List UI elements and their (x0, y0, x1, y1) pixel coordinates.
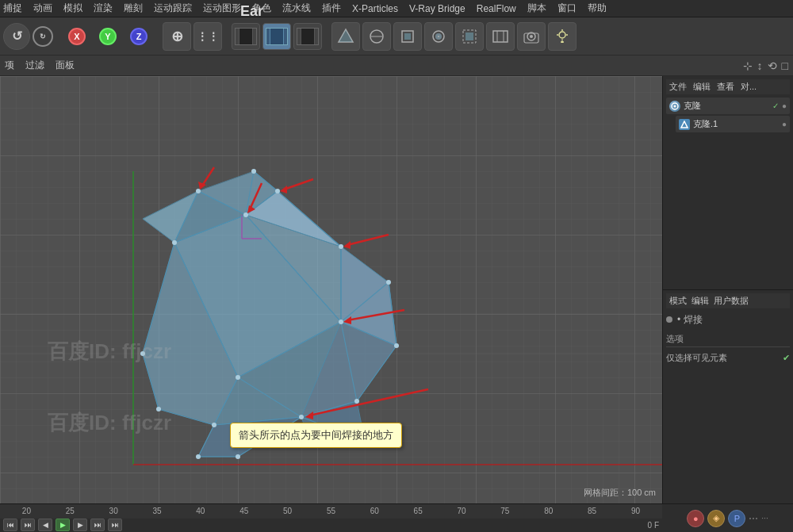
clone-1-icon (679, 119, 690, 130)
object-tool-6[interactable] (486, 22, 515, 51)
weld-section: • 焊接 选项 仅选择可见元素 ✔ (666, 313, 790, 366)
keyframe-button-3[interactable] (293, 23, 322, 50)
svg-point-15 (530, 35, 533, 38)
redo-button[interactable]: ↻ (33, 26, 53, 47)
menu-item-motiontrack[interactable]: 运动跟踪 (154, 2, 192, 15)
viewport-maximize-icon[interactable]: □ (782, 59, 788, 72)
menu-item-render[interactable]: 渲染 (94, 2, 113, 15)
move-tool-button[interactable]: ⊕ (163, 22, 191, 51)
visible-only-check[interactable]: ✔ (783, 353, 790, 363)
sub-item-xiang[interactable]: 项 (5, 59, 14, 72)
tl-num-75: 75 (483, 507, 527, 515)
menu-item-realflow[interactable]: RealFlow (477, 3, 516, 14)
timeline-numbers: 20 25 30 35 40 45 50 55 60 65 70 75 80 8… (0, 504, 662, 519)
menu-item-sculpt[interactable]: 雕刻 (124, 2, 143, 15)
object-tool-1[interactable] (331, 22, 360, 51)
undo-button[interactable]: ↺ (3, 23, 30, 50)
menu-item-xparticles[interactable]: X-Particles (352, 3, 398, 14)
svg-point-76 (339, 320, 343, 324)
tab-user-data[interactable]: 用户数据 (714, 295, 749, 307)
keyframe-button-2[interactable] (262, 23, 291, 50)
sub-item-panel[interactable]: 面板 (56, 59, 75, 72)
svg-point-74 (172, 240, 177, 245)
tl-play-button[interactable]: ▶ (56, 519, 70, 531)
svg-point-80 (339, 244, 343, 249)
viewport-move-icon[interactable]: ↕ (757, 59, 763, 72)
menu-item-window[interactable]: 窗口 (557, 2, 577, 15)
menu-item-script[interactable]: 脚本 (527, 2, 546, 15)
svg-point-86 (156, 407, 161, 411)
tl-prev-key[interactable]: ⏭ (21, 519, 35, 531)
more-controls: ⋯ (749, 513, 758, 524)
tl-num-60: 60 (353, 507, 396, 515)
fps-display: ··· (761, 514, 768, 522)
svg-point-8 (438, 36, 439, 37)
menu-item-animation[interactable]: 动画 (33, 2, 52, 15)
tl-num-55: 55 (309, 507, 353, 515)
svg-point-83 (354, 399, 359, 404)
timeline: 20 25 30 35 40 45 50 55 60 65 70 75 80 8… (0, 503, 793, 532)
object-tool-5[interactable] (455, 22, 484, 51)
tab-edit-props[interactable]: 编辑 (691, 295, 709, 307)
tl-next-key[interactable]: ⏭ (90, 519, 105, 531)
annotation-box: 箭头所示的点为要中间焊接的地方 (230, 423, 402, 448)
tl-num-35: 35 (136, 507, 179, 515)
tab-view[interactable]: 查看 (717, 81, 734, 93)
light-tool[interactable] (548, 22, 577, 51)
clone-1-label: 克隆.1 (693, 118, 779, 130)
grid-distance-label: 网格间距：100 cm (580, 485, 659, 500)
viewport[interactable]: 百度ID: ffjczr 百度ID: ffjczr 百度ID: ffjcz 箭头… (0, 76, 662, 503)
tl-num-20: 20 (5, 507, 48, 515)
keyframe-button-1[interactable] (232, 23, 260, 50)
timeline-mode-button[interactable]: P (728, 510, 745, 527)
svg-point-84 (299, 415, 304, 419)
menu-item-capture[interactable]: 捕捉 (3, 2, 22, 15)
object-tool-3[interactable] (393, 22, 422, 51)
toolbar: ↺ ↻ X Y Z ⊕ ⋮⋮ (0, 17, 793, 55)
tl-num-40: 40 (178, 507, 222, 515)
menu-bar: 捕捉 动画 模拟 渲染 雕刻 运动跟踪 运动图形 角色 流水线 插件 X-Par… (0, 0, 793, 17)
tl-num-85: 85 (570, 507, 614, 515)
camera-tool[interactable] (517, 22, 546, 51)
object-tool-4[interactable] (424, 22, 453, 51)
timeline-right-controls: ● ◈ P ⋯ ··· (662, 504, 793, 532)
key-all-button[interactable]: ◈ (707, 510, 725, 527)
menu-item-vray[interactable]: V-Ray Bridge (409, 3, 465, 14)
tl-num-50: 50 (266, 507, 309, 515)
tab-edit[interactable]: 编辑 (693, 81, 711, 93)
object-tool-2[interactable] (362, 22, 391, 51)
record-button[interactable]: ● (687, 510, 704, 527)
svg-point-17 (559, 32, 565, 38)
viewport-reset-icon[interactable]: ⟲ (768, 59, 777, 72)
tab-mode[interactable]: 模式 (669, 295, 687, 307)
tl-go-end[interactable]: ⏭ (108, 519, 122, 531)
menu-item-simulate[interactable]: 模拟 (63, 2, 82, 15)
timeline-controls: ⏮ ⏭ ◀ ▶ ▶ ⏭ ⏭ 0 F (0, 519, 662, 533)
clone-visible-check[interactable]: ✓ (772, 101, 779, 110)
props-tabs: 模式 编辑 用户数据 (666, 293, 790, 308)
menu-item-mograph[interactable]: 运动图形 (203, 2, 241, 15)
z-axis-button[interactable]: Z (125, 22, 153, 51)
clone-visible-dot: ● (782, 101, 787, 110)
tab-file[interactable]: 文件 (669, 81, 687, 93)
scene-item-clone[interactable]: 克隆 ✓ ● (666, 98, 790, 114)
y-label: Y (99, 28, 117, 45)
y-axis-button[interactable]: Y (94, 22, 122, 51)
scene-item-clone-1[interactable]: 克隆.1 ● (676, 116, 790, 132)
sub-item-filter[interactable]: 过滤 (25, 59, 44, 72)
select-filter-button[interactable]: ⋮⋮ (193, 22, 222, 51)
tl-num-65: 65 (396, 507, 440, 515)
svg-rect-5 (404, 33, 411, 40)
svg-rect-22 (561, 41, 564, 43)
viewport-compass-icon[interactable]: ⊹ (743, 59, 753, 72)
tl-go-start[interactable]: ⏮ (3, 519, 17, 531)
menu-item-plugins[interactable]: 插件 (322, 2, 341, 15)
svg-point-91 (196, 454, 201, 459)
menu-item-help[interactable]: 帮助 (588, 2, 607, 15)
tab-more[interactable]: 对... (741, 81, 757, 93)
menu-item-pipeline[interactable]: 流水线 (282, 2, 311, 15)
tl-prev-frame[interactable]: ◀ (38, 519, 52, 531)
clone-label: 克隆 (684, 100, 769, 112)
x-axis-button[interactable]: X (63, 22, 91, 51)
tl-next-frame[interactable]: ▶ (73, 519, 87, 531)
